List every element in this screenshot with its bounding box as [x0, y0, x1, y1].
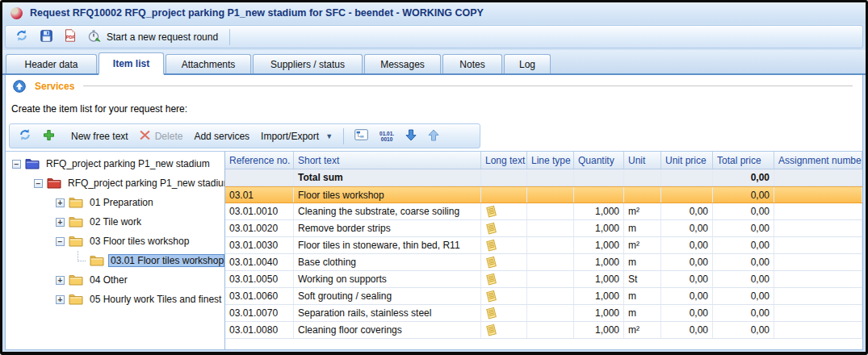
start-request-round-button[interactable]: Start a new request round	[86, 27, 220, 47]
add-services-button[interactable]: Add services	[191, 129, 252, 144]
tree-node-03-01-floor-tiles-workshop[interactable]: 03.01 Floor tiles workshop	[6, 251, 224, 270]
save-button[interactable]	[38, 28, 55, 46]
tree-node-label[interactable]: RFQ_project parking P1_new stadium	[65, 177, 224, 190]
tab-notes[interactable]: Notes	[442, 54, 502, 73]
column-header-quantity[interactable]: Quantity	[574, 152, 624, 169]
tree-node-04-other[interactable]: +04 Other	[6, 270, 224, 290]
new-free-text-button[interactable]: New free text	[40, 127, 131, 145]
cell-assignment_number	[774, 237, 862, 253]
tree-node-label[interactable]: 03.01 Floor tiles workshop	[108, 254, 224, 267]
item-list-toolbar: New free text Delete Add services Import…	[9, 123, 480, 148]
tree-node-05-hourly-work-tiles-and-finest[interactable]: +05 Hourly work Tiles and finest	[6, 290, 224, 309]
cell-reference: 03.01.0030	[225, 237, 294, 253]
tree-node-rfq-project-parking-p1-new-stadium[interactable]: −RFQ_project parking P1_new stadium	[6, 173, 224, 193]
main-toolbar: PDF Start a new request round	[5, 25, 863, 48]
tab-log[interactable]: Log	[504, 54, 551, 73]
cell-line_type	[527, 322, 574, 338]
tree-node-rfq-project-parking-p1-new-stadium[interactable]: −RFQ_project parking P1_new stadium	[6, 154, 224, 173]
column-header-short-text[interactable]: Short text	[294, 152, 481, 169]
tab-messages[interactable]: Messages	[364, 54, 441, 73]
cell-long_text	[481, 288, 527, 304]
move-down-button[interactable]	[403, 127, 419, 145]
folder-icon-yellow	[69, 197, 83, 208]
cell-total_price: 0,00	[713, 187, 774, 203]
tree-node-label[interactable]: 05 Hourly work Tiles and finest	[87, 293, 224, 306]
plus-expander-icon[interactable]: +	[56, 198, 65, 207]
table-row-group-selected[interactable]: 03.01Floor tiles workshop0,00	[225, 186, 862, 203]
title-bar[interactable]: Request RFQ10002 RFQ_project parking P1_…	[2, 2, 866, 23]
tab-attachments[interactable]: Attachments	[166, 54, 251, 73]
column-header-reference-no[interactable]: Reference no.	[225, 152, 294, 169]
tab-suppliers-status[interactable]: Suppliers / status	[253, 54, 363, 73]
table-row[interactable]: 03.01.0070Separation rails, stainless st…	[225, 305, 862, 322]
column-header-total-price[interactable]: Total price	[713, 152, 774, 169]
plus-expander-icon[interactable]: +	[56, 218, 65, 227]
cell-line_type	[527, 169, 574, 186]
minus-expander-icon[interactable]: −	[56, 237, 65, 246]
table-row-total-sum[interactable]: Total sum0,00	[225, 169, 862, 186]
tree-node-label[interactable]: 01 Preparation	[87, 196, 156, 209]
cell-quantity: 1,000	[574, 203, 624, 219]
cell-unit_price: 0,00	[661, 237, 713, 253]
refresh-list-button[interactable]	[16, 127, 34, 145]
move-up-button[interactable]	[426, 127, 442, 145]
long-text-icon[interactable]	[485, 273, 497, 286]
refresh-button[interactable]	[13, 27, 31, 46]
column-header-unit-price[interactable]: Unit price	[661, 152, 713, 169]
add-icon	[43, 129, 55, 144]
cell-short_text: Floor tiles workshop	[294, 187, 481, 203]
collapse-section-icon[interactable]	[13, 80, 26, 93]
column-header-line-type[interactable]: Line type	[527, 152, 574, 169]
table-row[interactable]: 03.01.0010Cleaning the substrate, coarse…	[225, 203, 862, 220]
tree-node-03-floor-tiles-workshop[interactable]: −03 Floor tiles workshop	[6, 232, 224, 251]
refresh-icon	[15, 29, 28, 44]
plus-expander-icon[interactable]: +	[56, 295, 65, 304]
long-text-icon[interactable]	[485, 222, 497, 235]
cell-unit: m²	[624, 203, 661, 219]
plus-expander-icon[interactable]: +	[56, 276, 65, 285]
tab-item-list[interactable]: Item list	[99, 52, 164, 75]
tree-node-01-preparation[interactable]: +01 Preparation	[6, 193, 224, 212]
long-text-icon[interactable]	[485, 205, 497, 218]
table-row[interactable]: 03.01.0060Soft grouting / sealing1,000m0…	[225, 288, 862, 305]
long-text-icon[interactable]	[485, 239, 497, 252]
tree-node-label[interactable]: 03 Floor tiles workshop	[87, 235, 191, 248]
table-row[interactable]: 03.01.0020Remove border strips1,000m0,00…	[225, 220, 862, 237]
renumber-button[interactable]: 01.01. 0010	[377, 129, 396, 144]
column-header-unit[interactable]: Unit	[624, 152, 661, 169]
cell-unit: m	[624, 220, 661, 236]
tree-node-02-tile-work[interactable]: +02 Tile work	[6, 212, 224, 232]
structure-view-button[interactable]	[352, 127, 371, 144]
long-text-icon[interactable]	[485, 324, 497, 336]
tree-node-label[interactable]: RFQ_project parking P1_new stadium	[44, 157, 212, 170]
pdf-icon: PDF	[65, 29, 76, 44]
tree-node-label[interactable]: 02 Tile work	[87, 215, 144, 228]
column-header-assignment-number[interactable]: Assignment number	[774, 152, 862, 169]
export-pdf-button[interactable]: PDF	[62, 27, 78, 46]
long-text-icon[interactable]	[485, 256, 497, 269]
import-export-button[interactable]: Import/Export ▼	[258, 129, 335, 144]
cell-quantity: 1,000	[574, 220, 624, 236]
move-up-icon	[428, 129, 439, 144]
table-row[interactable]: 03.01.0040Base clothing1,000m0,000,00	[225, 254, 862, 271]
folder-icon-yellow	[69, 216, 83, 228]
column-header-long-text[interactable]: Long text	[481, 152, 527, 169]
section-header: Services	[6, 75, 862, 97]
table-row[interactable]: 03.01.0080Cleaning floor coverings1,000m…	[225, 322, 862, 339]
long-text-icon[interactable]	[485, 290, 497, 303]
table-row[interactable]: 03.01.0030Floor tiles in stoneware, thin…	[225, 237, 862, 254]
delete-button[interactable]: Delete	[137, 128, 186, 144]
tab-header-data[interactable]: Header data	[6, 54, 97, 73]
table-row[interactable]: 03.01.0050Working on supports1,000St0,00…	[225, 271, 862, 288]
tab-bar: Header dataItem listAttachmentsSuppliers…	[2, 50, 866, 75]
tree-node-label[interactable]: 04 Other	[87, 274, 130, 286]
cell-unit_price	[661, 187, 713, 203]
minus-expander-icon[interactable]: −	[34, 179, 43, 188]
cell-long_text	[481, 237, 527, 253]
save-icon	[40, 30, 52, 44]
cell-total_price: 0,00	[713, 237, 774, 253]
long-text-icon[interactable]	[485, 307, 497, 320]
cell-reference: 03.01.0070	[225, 305, 294, 321]
minus-expander-icon[interactable]: −	[12, 160, 21, 169]
cell-unit_price: 0,00	[661, 254, 713, 270]
